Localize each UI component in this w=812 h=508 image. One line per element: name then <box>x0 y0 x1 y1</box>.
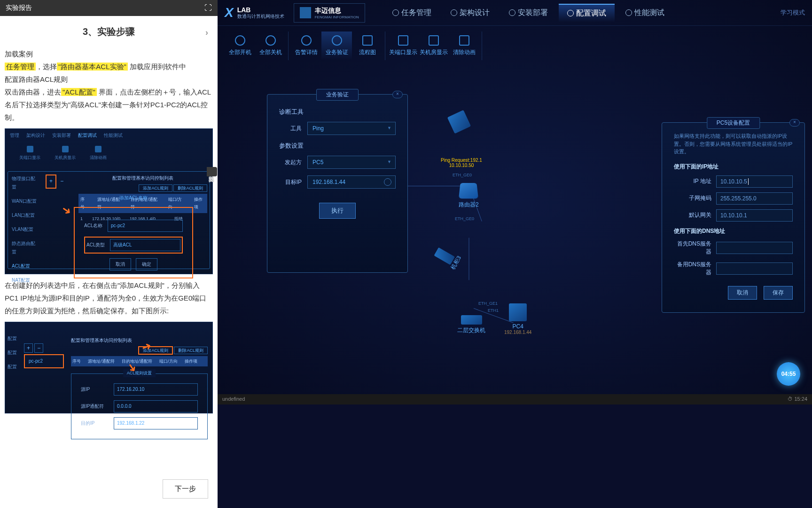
power-icon <box>235 35 245 46</box>
timer-badge[interactable]: 04:55 <box>777 362 800 386</box>
gear-icon <box>509 9 515 16</box>
gear-icon <box>625 9 632 16</box>
tool-alarm[interactable]: 告警详情 <box>291 32 321 60</box>
tool-flowchart[interactable]: 流程图 <box>352 32 383 60</box>
save-button[interactable]: 保存 <box>764 286 793 300</box>
tool-port-display[interactable]: 关端口显示 <box>388 32 418 60</box>
doc-body: 加载案例 任务管理，选择"路由器基本ACL实验" 加载应用到软件中 配置路由器A… <box>0 48 218 413</box>
brand-box: 丰迈信息FENGMAI INFORMATION <box>294 3 365 23</box>
port-icon <box>398 35 408 46</box>
status-time: ⏱ 15:24 <box>788 396 807 403</box>
status-bar: undefined ⏱ 15:24 <box>218 394 812 405</box>
node-switch[interactable]: 二层交换机 <box>457 310 485 334</box>
app-header: X LAB数通与计算机网络技术 丰迈信息FENGMAI INFORMATION … <box>218 0 812 26</box>
check-icon <box>332 35 342 46</box>
cancel-button[interactable]: 取消 <box>728 286 757 300</box>
node-pc4[interactable]: PC4 192.168.1.44 <box>504 303 531 335</box>
hide-doc-tab[interactable]: 隐藏文档 <box>207 167 217 176</box>
tool-clear-anim[interactable]: 清除动画 <box>449 32 479 60</box>
panel-title: PC5设备配置 <box>707 117 760 129</box>
ping-animation: Ping Request:192.1 10.10.10.50 <box>441 158 482 168</box>
dns1-input[interactable] <box>716 242 793 254</box>
nav-arch-design[interactable]: 架构设计 <box>442 4 498 22</box>
switch-icon <box>461 315 482 325</box>
subnet-mask-input[interactable]: 255.255.255.0 <box>716 192 793 205</box>
power-off-icon <box>265 35 276 46</box>
nav-perf-test[interactable]: 性能测试 <box>617 4 673 22</box>
gear-icon <box>392 9 399 16</box>
gear-icon <box>567 10 574 16</box>
tool-room-display[interactable]: 关机房显示 <box>418 32 449 60</box>
doc-section-title: 3、实验步骤 › <box>0 16 218 48</box>
study-mode-link[interactable]: 学习模式 <box>781 8 805 17</box>
alarm-icon <box>301 35 312 46</box>
tool-select[interactable]: Ping <box>307 122 396 135</box>
fingerprint-icon[interactable] <box>384 178 391 186</box>
sender-select[interactable]: PC5 <box>307 156 396 169</box>
doc-header-title: 实验报告 <box>6 4 32 12</box>
nav-config-debug[interactable]: 配置调试 <box>559 4 615 22</box>
main-nav: 任务管理 架构设计 安装部署 配置调试 性能测试 <box>384 4 673 22</box>
toolbar: 全部开机 全部关机 告警详情 业务验证 流程图 关端口显示 关机房显示 清除动画 <box>218 26 812 66</box>
gateway-input[interactable]: 10.10.10.1 <box>716 209 793 222</box>
gear-icon <box>451 9 457 16</box>
node-rack3[interactable]: 机柜3 <box>433 245 463 271</box>
close-icon[interactable]: × <box>789 119 800 127</box>
router-icon <box>459 183 478 198</box>
nav-install[interactable]: 安装部署 <box>500 4 556 22</box>
room-icon <box>429 35 439 46</box>
simulator-panel: X LAB数通与计算机网络技术 丰迈信息FENGMAI INFORMATION … <box>218 0 812 400</box>
brand-icon <box>300 7 311 18</box>
doc-header: 实验报告 ⛶ <box>0 0 218 16</box>
execute-button[interactable]: 执行 <box>319 203 356 219</box>
target-ip-input[interactable]: 192.168.1.44 <box>307 175 396 189</box>
node-pc5[interactable] <box>450 113 468 133</box>
ip-address-input[interactable]: 10.10.10.5 <box>716 175 793 188</box>
flow-icon <box>362 35 373 46</box>
text-cursor-icon <box>748 178 749 185</box>
screenshot-acl-rule: 配置 配置 配置 + − pc-pc2 配置和管理基本访问控制列表 添加ACL规… <box>5 322 213 413</box>
topology-canvas[interactable]: 业务验证 × 诊断工具 工具 Ping 参数设置 发起方 PC5 目标IP 19… <box>218 66 812 400</box>
status-text: undefined <box>222 396 245 403</box>
tool-verify[interactable]: 业务验证 <box>321 32 352 60</box>
chevron-right-icon[interactable]: › <box>205 28 208 38</box>
close-icon[interactable]: × <box>392 91 403 98</box>
tool-all-off[interactable]: 全部关机 <box>255 32 286 60</box>
app-logo: X LAB数通与计算机网络技术 <box>225 5 284 20</box>
tool-all-on[interactable]: 全部开机 <box>225 32 255 60</box>
node-router2[interactable]: 路由器2 <box>459 181 479 209</box>
fullscreen-icon[interactable]: ⛶ <box>204 4 212 12</box>
nav-task-mgmt[interactable]: 任务管理 <box>384 4 440 22</box>
panel-title: 业务验证 <box>316 89 359 101</box>
experiment-report-panel: 实验报告 ⛶ 3、实验步骤 › 加载案例 任务管理，选择"路由器基本ACL实验"… <box>0 0 218 508</box>
pc5-config-panel: PC5设备配置 × 如果网络支持此功能，则可以获取自动指派的IP设置。否则，您需… <box>662 122 805 313</box>
diagnosis-panel: 业务验证 × 诊断工具 工具 Ping 参数设置 发起方 PC5 目标IP 19… <box>267 94 408 273</box>
pc-icon <box>509 303 527 321</box>
screenshot-acl-create: 管理 架构设计 安装部署 配置调试 性能测试 关端口显示 关机房显示 清除动画 … <box>5 128 213 274</box>
clear-icon <box>459 35 469 46</box>
next-step-button[interactable]: 下一步 <box>163 479 208 499</box>
laptop-icon <box>447 110 471 134</box>
dns2-input[interactable] <box>716 262 793 275</box>
